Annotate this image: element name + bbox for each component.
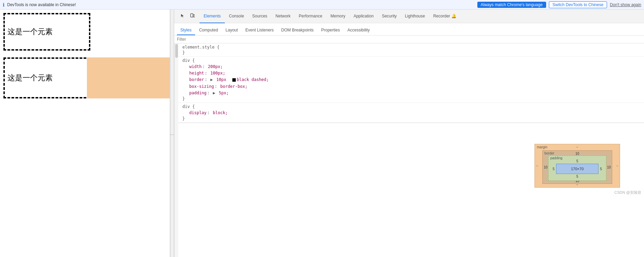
- cursor-tool-button[interactable]: [178, 12, 187, 21]
- page-preview: 这是一个元素 这是一个元素: [0, 10, 170, 257]
- margin-label: margin: [537, 145, 548, 149]
- scroll-thumb[interactable]: [175, 44, 178, 58]
- switch-chinese-button[interactable]: Switch DevTools to Chinese: [549, 1, 607, 8]
- element1: 这是一个元素: [3, 13, 90, 51]
- scrollbar[interactable]: [174, 43, 178, 257]
- filter-bar: [174, 36, 644, 43]
- subtab-computed[interactable]: Computed: [196, 26, 221, 35]
- margin-right-val: −: [616, 164, 618, 168]
- styles-panel: element.style { } div { width : 200px; h…: [174, 36, 644, 257]
- css-selector-1: element.style {: [182, 45, 640, 50]
- devtools-sub-tabs: Styles Computed Layout Event Listeners D…: [174, 23, 644, 36]
- subtab-layout[interactable]: Layout: [222, 26, 241, 35]
- css-closing-2: }: [182, 96, 640, 101]
- css-prop-box-sizing: box-sizing : border-box;: [182, 83, 640, 90]
- content-size-box: 170×70: [556, 164, 599, 174]
- css-prop-display: display : block;: [182, 110, 640, 116]
- css-selector-3: div {: [182, 104, 640, 109]
- css-prop-width: width : 200px;: [182, 64, 640, 70]
- divider-dots: ...: [170, 131, 174, 136]
- filter-input[interactable]: [177, 37, 641, 42]
- tab-network[interactable]: Network: [271, 10, 295, 23]
- tab-memory[interactable]: Memory: [326, 10, 349, 23]
- border-label: border: [544, 151, 554, 155]
- watermark: CSDN @安陵容: [615, 190, 641, 195]
- padding-bottom-display: 5: [553, 175, 602, 178]
- tab-security[interactable]: Security: [378, 10, 401, 23]
- css-rule-element-style: element.style { }: [178, 43, 644, 57]
- element2-text: 这是一个元素: [8, 73, 53, 83]
- main-layout: 这是一个元素 这是一个元素 ...: [0, 10, 644, 257]
- css-prop-padding: padding : ▶ 5px;: [182, 90, 640, 96]
- box-model-visual: margin − − − − border 10 10 1: [534, 144, 620, 188]
- padding-right-display: 5: [600, 167, 602, 171]
- subtab-properties[interactable]: Properties: [318, 26, 344, 35]
- devtools-panel: Elements Console Sources Network Perform…: [174, 10, 644, 257]
- element2-highlight: [87, 57, 170, 98]
- element1-text: 这是一个元素: [8, 27, 53, 37]
- subtab-accessibility[interactable]: Accessibility: [344, 26, 373, 35]
- subtab-event-listeners[interactable]: Event Listeners: [242, 26, 277, 35]
- tab-application[interactable]: Application: [349, 10, 378, 23]
- css-prop-border: border : ▶ 10px black dashed;: [182, 77, 640, 83]
- border-top-val: 10: [575, 152, 579, 155]
- tab-performance[interactable]: Performance: [295, 10, 326, 23]
- css-rule-div-1: div { width : 200px; height : 100px;: [178, 57, 644, 103]
- match-language-button[interactable]: Always match Chrome's language: [477, 2, 546, 8]
- css-rule-div-2: div { display : block; }: [178, 103, 644, 123]
- css-closing-1: }: [182, 50, 640, 55]
- svg-rect-1: [193, 15, 195, 17]
- svg-rect-0: [191, 14, 193, 17]
- padding-middle-row: 5 170×70 5: [553, 164, 602, 174]
- tab-lighthouse[interactable]: Lighthouse: [401, 10, 429, 23]
- device-tool-button[interactable]: [188, 12, 197, 21]
- margin-top-val: −: [576, 145, 578, 149]
- css-closing-3: }: [182, 116, 640, 121]
- padding-left-display: 5: [553, 167, 555, 171]
- devtools-top-tabs: Elements Console Sources Network Perform…: [174, 10, 644, 23]
- info-bar: ℹ DevTools is now available in Chinese! …: [0, 0, 644, 10]
- toolbar-icons: [176, 12, 199, 21]
- panel-divider[interactable]: ...: [170, 10, 174, 257]
- padding-label: padding: [550, 156, 563, 160]
- border-right-val: 10: [607, 165, 611, 169]
- tab-sources[interactable]: Sources: [248, 10, 271, 23]
- info-icon: ℹ: [3, 2, 4, 8]
- content-area: element.style { } div { width : 200px; h…: [174, 43, 644, 257]
- css-selector-2: div {: [182, 58, 640, 63]
- info-bar-message: DevTools is now available in Chinese!: [7, 2, 475, 7]
- tab-console[interactable]: Console: [225, 10, 248, 23]
- subtab-styles[interactable]: Styles: [177, 26, 195, 35]
- border-left-val: 10: [544, 165, 548, 169]
- dont-show-button[interactable]: Don't show again: [610, 2, 641, 7]
- box-margin-layer: margin − − − − border 10 10 1: [534, 144, 620, 188]
- styles-content: element.style { } div { width : 200px; h…: [178, 43, 644, 257]
- box-border-layer: border 10 10 10 10 padding 5: [542, 150, 612, 184]
- box-padding-layer: padding 5 5 170×70 5 5: [548, 155, 606, 181]
- margin-left-val: −: [536, 164, 538, 168]
- element2: 这是一个元素: [3, 57, 90, 98]
- expand-padding-icon[interactable]: ▶: [210, 90, 215, 96]
- tab-elements[interactable]: Elements: [199, 10, 225, 23]
- color-swatch-black[interactable]: [232, 78, 236, 82]
- css-prop-height: height : 100px;: [182, 70, 640, 77]
- subtab-dom-breakpoints[interactable]: DOM Breakpoints: [278, 26, 317, 35]
- expand-border-icon[interactable]: ▶: [208, 77, 213, 83]
- tab-recorder[interactable]: Recorder 🔔: [429, 10, 461, 23]
- box-model-section: margin − − − − border 10 10 1: [178, 123, 644, 198]
